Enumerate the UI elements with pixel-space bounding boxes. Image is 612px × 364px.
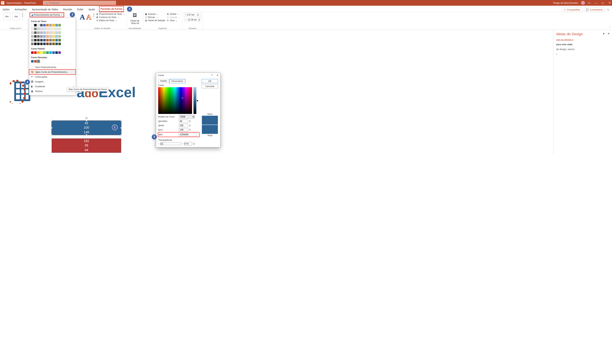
align-button[interactable]: ⊞Alinhar⌄ (167, 13, 180, 15)
shape-style-preset-2[interactable]: Abc (13, 13, 20, 20)
color-swatch[interactable] (52, 39, 55, 41)
color-swatch[interactable] (31, 51, 34, 54)
color-swatch[interactable] (40, 24, 43, 26)
color-swatch[interactable] (31, 31, 34, 34)
color-swatch[interactable] (43, 35, 46, 38)
colors-tab-custom[interactable]: Personalizar (169, 79, 185, 83)
comments-button[interactable]: 💬Comentários (584, 7, 605, 12)
ok-button[interactable]: OK (202, 79, 218, 83)
color-model-select[interactable]: RGB (179, 115, 195, 118)
search-box[interactable]: 🔍 (43, 1, 116, 5)
color-swatch[interactable] (55, 35, 58, 38)
transp-inc-icon[interactable]: › (182, 143, 183, 145)
text-fill-button[interactable]: APreenchimento de Texto⌄ (96, 13, 125, 15)
color-swatch[interactable] (52, 42, 55, 45)
tab-animations[interactable]: Animações (14, 7, 27, 12)
color-swatch[interactable] (55, 51, 58, 54)
recent-color-swatch[interactable] (31, 60, 34, 63)
wordart-gallery[interactable]: A A ▲ ▼ ⌄ (80, 13, 95, 21)
color-swatch[interactable] (34, 31, 37, 34)
wordart-style-2[interactable]: A (86, 13, 92, 21)
color-swatch[interactable] (49, 24, 52, 26)
color-swatch[interactable] (40, 42, 43, 45)
no-fill-item[interactable]: Sem Preenchimento (29, 65, 76, 70)
color-swatch[interactable] (34, 27, 37, 30)
color-swatch[interactable] (37, 24, 40, 26)
color-swatch[interactable] (37, 31, 40, 34)
color-swatch[interactable] (43, 39, 46, 41)
color-swatch[interactable] (58, 24, 61, 26)
spectrum-crosshair-icon[interactable]: ⊹ (181, 96, 184, 99)
color-swatch[interactable] (58, 27, 61, 30)
color-swatch[interactable] (37, 42, 40, 45)
alt-text-button[interactable]: Painel de Texto Alt (130, 20, 140, 25)
shape-rgb-2[interactable]: 192 39 44 (52, 139, 121, 153)
color-swatch[interactable] (40, 31, 43, 34)
wa-scroll-down-icon[interactable]: ▼ (93, 15, 95, 17)
height-input[interactable]: ↕▲▼ (184, 13, 201, 17)
green-input[interactable] (179, 124, 188, 127)
pane-options-icon[interactable]: ▼ (603, 32, 605, 35)
group-button[interactable]: ⊡Agrupar⌄ (167, 16, 180, 18)
color-swatch[interactable] (58, 39, 61, 41)
luminosity-slider[interactable] (193, 87, 196, 114)
color-swatch[interactable] (43, 31, 46, 34)
rotate-button[interactable]: ⟳Girar⌄ (167, 19, 180, 22)
cancel-button[interactable]: Cancelar (202, 84, 218, 88)
transp-dec-icon[interactable]: ‹ (158, 143, 159, 145)
color-swatch[interactable] (43, 27, 46, 30)
selection-pane-button[interactable]: ▤Painel de Seleção (145, 19, 165, 22)
wa-scroll-up-icon[interactable]: ▲ (93, 13, 95, 15)
color-swatch[interactable] (49, 35, 52, 38)
alt-text-icon[interactable]: 🖼 (133, 13, 137, 18)
color-swatch[interactable] (46, 27, 49, 30)
color-swatch[interactable] (46, 42, 49, 45)
luminosity-arrow-icon[interactable]: ◀ (196, 99, 198, 102)
color-swatch[interactable] (58, 42, 61, 45)
tab-review[interactable]: Revisão (63, 7, 73, 12)
recent-color-swatch[interactable] (34, 60, 37, 63)
color-swatch[interactable] (40, 39, 43, 41)
color-swatch[interactable] (43, 24, 46, 26)
color-swatch[interactable] (46, 39, 49, 41)
color-swatch[interactable] (55, 24, 58, 26)
color-swatch[interactable] (31, 39, 34, 41)
color-swatch[interactable] (49, 27, 52, 30)
color-swatch[interactable] (55, 39, 58, 41)
color-swatch[interactable] (37, 27, 40, 30)
color-swatch[interactable] (43, 51, 46, 54)
color-swatch[interactable] (46, 51, 49, 54)
color-swatch[interactable] (49, 31, 52, 34)
collapse-ribbon-icon[interactable]: ⌃ (609, 26, 611, 29)
red-input[interactable] (179, 120, 188, 123)
color-swatch[interactable] (46, 31, 49, 34)
color-swatch[interactable] (55, 27, 58, 30)
user-avatar-icon[interactable] (581, 1, 585, 5)
tab-view[interactable]: Exibir (77, 7, 84, 12)
eyedropper-item[interactable]: ✒Conta-gotas (29, 74, 76, 79)
send-backward-button[interactable]: ▢Recuar⌄ (145, 16, 165, 18)
color-swatch[interactable] (58, 51, 61, 54)
shape-rgb-1[interactable]: ⟳ 45 100 148 1 (52, 121, 121, 135)
color-swatch[interactable] (52, 35, 55, 38)
minimize-icon[interactable]: — (595, 1, 597, 4)
color-swatch[interactable] (52, 24, 55, 26)
user-name[interactable]: Thiago da Silva Romeiro (553, 2, 578, 4)
color-swatch[interactable] (52, 31, 55, 34)
recent-color-swatch[interactable] (37, 60, 40, 63)
rotate-handle-icon[interactable]: ⟳ (85, 116, 88, 119)
color-swatch[interactable] (43, 42, 46, 45)
color-swatch[interactable] (40, 35, 43, 38)
color-swatch[interactable] (31, 35, 34, 38)
color-swatch[interactable] (58, 31, 61, 34)
feedback-icon[interactable]: ☺ (607, 8, 610, 12)
transparency-input[interactable] (184, 142, 192, 145)
style-scroll-down-icon[interactable]: ▼ (22, 15, 24, 17)
color-swatch[interactable] (49, 39, 52, 41)
color-swatch[interactable] (55, 42, 58, 45)
color-swatch[interactable] (34, 35, 37, 38)
color-swatch[interactable] (37, 51, 40, 54)
color-swatch[interactable] (46, 35, 49, 38)
share-button[interactable]: ↗Compartilhar (562, 7, 582, 12)
shape-style-preset-1[interactable]: Abc (3, 13, 11, 20)
